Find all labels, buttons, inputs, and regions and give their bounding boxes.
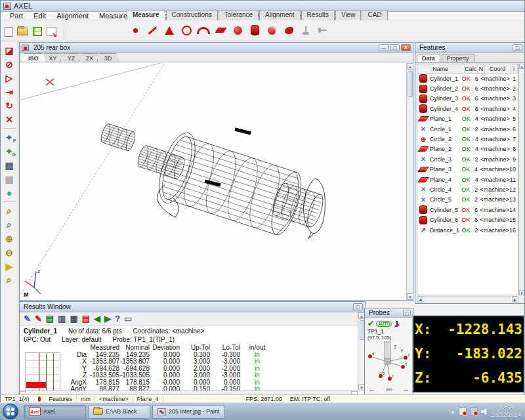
- tray-expand-icon[interactable]: ▲: [450, 409, 455, 415]
- probe-qualify-f-icon[interactable]: ⌖F: [2, 131, 16, 144]
- probe-next-icon[interactable]: →: [402, 385, 410, 393]
- open-file-icon[interactable]: [17, 28, 28, 35]
- feature-row[interactable]: ✕Circle_1OK2<machine>6: [417, 124, 518, 134]
- taskbar-button-folder[interactable]: E:\AB Black: [88, 405, 150, 419]
- run-program-icon[interactable]: ▷: [2, 71, 16, 85]
- sphere-tool-icon[interactable]: ●: [2, 186, 16, 200]
- features-restore-button[interactable]: ▢: [513, 44, 522, 51]
- features-title-bar[interactable]: Features ▢: [415, 43, 524, 53]
- ribbon-tab-measure[interactable]: Measure: [127, 10, 165, 20]
- start-button[interactable]: [3, 404, 18, 419]
- measure-point-icon[interactable]: [128, 24, 142, 37]
- probe-tool-icon[interactable]: [316, 23, 329, 37]
- measure-cone-icon[interactable]: [162, 24, 177, 37]
- feature-row[interactable]: ↗Distance_1OK2<machine>16: [417, 225, 518, 235]
- zoom-in-icon[interactable]: ⊕: [2, 232, 16, 245]
- joystick-icon[interactable]: [299, 24, 313, 37]
- edit-pen-icon[interactable]: ✎: [24, 314, 31, 324]
- feature-row[interactable]: Cylinder_4OK6<machine>4: [417, 104, 518, 114]
- regenerate-icon[interactable]: ↻: [2, 98, 16, 112]
- feature-row[interactable]: Plane_4OK4<machine>11: [417, 175, 518, 184]
- restore-window-icon[interactable]: ▭: [124, 314, 132, 324]
- feature-row[interactable]: Plane_2OK4<machine>8: [417, 144, 518, 154]
- copy-results-icon[interactable]: ▤: [46, 314, 54, 324]
- print-results-icon[interactable]: ▦: [70, 314, 77, 324]
- ribbon-tab-alignment[interactable]: Alignment: [259, 10, 300, 20]
- scroll-down-icon[interactable]: ▼: [407, 293, 413, 300]
- view-rotate-icon[interactable]: ▶: [2, 259, 16, 273]
- scroll-left-icon[interactable]: ◀: [417, 297, 423, 303]
- probes-restore-button[interactable]: ▢: [403, 310, 411, 316]
- tray-app2-icon[interactable]: [470, 408, 478, 415]
- view-tab-iso[interactable]: ISO: [21, 53, 46, 62]
- feature-row[interactable]: Plane_3OK4<machine>10: [417, 165, 518, 175]
- ribbon-tab-cad[interactable]: CAD: [362, 10, 387, 20]
- measure-sphere-icon[interactable]: [230, 24, 245, 37]
- scroll-thumb[interactable]: [408, 71, 413, 97]
- results-restore-button[interactable]: ▢: [353, 303, 363, 310]
- feature-table-icon[interactable]: ▦: [2, 172, 16, 186]
- new-file-icon[interactable]: [5, 27, 12, 37]
- zoom-out-icon[interactable]: ⊖: [2, 245, 16, 259]
- taskbar-button-axel[interactable]: AxelAxel: [24, 405, 86, 419]
- ribbon-tab-view[interactable]: View: [335, 10, 362, 20]
- volume-icon[interactable]: [481, 408, 488, 415]
- list-results-icon[interactable]: ▥: [58, 314, 66, 324]
- help-icon[interactable]: ?: [115, 314, 120, 324]
- feature-row[interactable]: ✕Circle_5OK2<machine>13: [417, 195, 518, 205]
- viewport-maximize-button[interactable]: ▢: [390, 44, 400, 51]
- feature-row[interactable]: Cylinder_1OK6<machine>1: [417, 74, 518, 83]
- probes-title-bar[interactable]: Probes ▢: [365, 308, 413, 318]
- probe-table-icon[interactable]: ▦: [2, 158, 16, 172]
- taskbar-clock[interactable]: 12:59 23/12/2014: [492, 404, 521, 419]
- ribbon-tab-constructions[interactable]: Constructions: [166, 10, 218, 20]
- feature-row[interactable]: Cylinder_5OK6<machine>14: [417, 205, 518, 215]
- export-image-icon[interactable]: [47, 28, 56, 36]
- feature-row[interactable]: Cylinder_6OK6<machine>15: [417, 215, 518, 224]
- menu-item-edit[interactable]: Edit: [28, 12, 51, 20]
- measure-plane-icon[interactable]: [213, 24, 228, 37]
- delete-icon[interactable]: ✕: [2, 112, 16, 126]
- feature-row[interactable]: ⊕Circle_2OK4<machine>7: [417, 134, 518, 144]
- feature-row[interactable]: ✕Circle_3OK2<machine>9: [417, 154, 518, 164]
- ribbon-tab-results[interactable]: Results: [301, 10, 335, 20]
- measure-arc-icon[interactable]: [196, 24, 211, 37]
- edit-pen-red-icon[interactable]: ✎: [35, 314, 42, 324]
- scroll-up-icon[interactable]: ▲: [519, 64, 524, 69]
- measure-line-icon[interactable]: [145, 24, 159, 37]
- viewport-minimize-button[interactable]: —: [379, 44, 388, 51]
- measure-cylinder-icon[interactable]: [247, 24, 262, 37]
- zoom-shape-icon[interactable]: ⌕: [2, 218, 16, 232]
- scroll-up-icon[interactable]: ▲: [407, 63, 413, 70]
- view-plane-icon[interactable]: ◪: [2, 43, 16, 57]
- feature-row[interactable]: Plane_1OK4<machine>5: [417, 114, 518, 124]
- viewport-close-button[interactable]: ✕: [401, 44, 411, 51]
- ribbon-tab-tolerance[interactable]: Tolerance: [219, 10, 259, 20]
- probe-qualify-g-icon[interactable]: ⌖G: [2, 144, 16, 158]
- features-tab-property[interactable]: Property: [442, 54, 474, 62]
- export-results-icon[interactable]: ▤: [82, 314, 90, 324]
- view-tab-3d[interactable]: 3D: [97, 53, 119, 62]
- zoom-window-icon[interactable]: ⌕: [2, 204, 16, 218]
- zoom-fit-icon[interactable]: ⌕: [2, 273, 16, 287]
- taskbar-button-paint[interactable]: 205 inter.jpg - Paint: [152, 405, 225, 419]
- menu-item-alignment[interactable]: Alignment: [51, 12, 94, 20]
- feature-row[interactable]: Cylinder_3OK6<machine>3: [417, 94, 518, 104]
- next-feature-icon[interactable]: ▶: [104, 314, 111, 324]
- viewport-canvas[interactable]: zM: [20, 63, 406, 300]
- features-vertical-scrollbar[interactable]: ▲ ▼: [518, 64, 524, 295]
- move-to-icon[interactable]: ⇥: [2, 85, 16, 98]
- measure-profile-icon[interactable]: [282, 24, 296, 37]
- results-title-bar[interactable]: Results Window ▢: [20, 302, 365, 312]
- features-tab-data[interactable]: Data: [417, 54, 440, 62]
- save-icon[interactable]: [33, 27, 42, 36]
- features-horizontal-scrollbar[interactable]: ◀ ▶: [417, 296, 518, 303]
- tray-app-icon[interactable]: [459, 408, 467, 415]
- viewport-title-bar[interactable]: 205 rear box — ▢ ✕: [20, 43, 413, 53]
- view-sphere-icon[interactable]: ⊘: [2, 57, 16, 71]
- scroll-down-icon[interactable]: ▼: [519, 290, 524, 295]
- measure-sphere-points-icon[interactable]: [264, 24, 279, 37]
- measure-circle-icon[interactable]: [179, 24, 194, 37]
- scroll-right-icon[interactable]: ▶: [512, 297, 518, 303]
- menu-item-part[interactable]: Part: [5, 12, 28, 20]
